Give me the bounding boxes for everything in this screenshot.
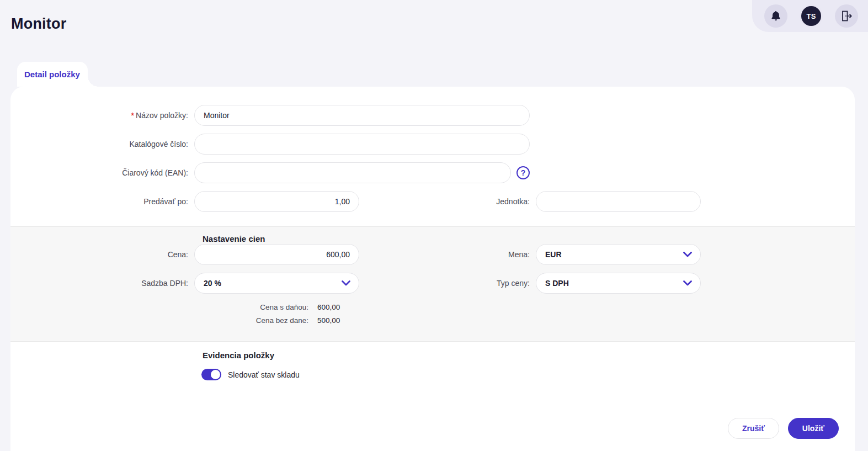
footer-actions: Zrušiť Uložiť (10, 418, 855, 439)
chevron-down-icon (683, 280, 692, 286)
notifications-button[interactable] (764, 4, 787, 28)
price-without-tax-label: Cena bez dane: (10, 316, 308, 325)
item-detail-card: *Názov položky: Katalógové číslo: Čiarov… (10, 87, 855, 451)
barcode-input[interactable] (194, 162, 511, 183)
vat-rate-value: 20 % (204, 279, 221, 288)
item-name-row: *Názov položky: (10, 105, 855, 126)
price-without-tax-row: Cena bez dane: 500,00 (10, 316, 855, 325)
tab-label: Detail položky (24, 70, 80, 79)
price-without-tax-value: 500,00 (317, 316, 340, 325)
cancel-button[interactable]: Zrušiť (728, 418, 779, 439)
catalog-number-input[interactable] (194, 134, 530, 155)
chevron-down-icon (683, 252, 692, 257)
tab-bar: Detail položky (17, 62, 868, 87)
top-bar: Monitor TS (0, 0, 868, 32)
inventory-section: Evidencia položky Sledovať stav skladu (10, 342, 855, 380)
pricing-heading: Nastavenie cien (203, 234, 855, 244)
price-type-value: S DPH (545, 279, 569, 288)
avatar-initials: TS (806, 12, 816, 20)
pricing-section: Nastavenie cien Cena: Mena: EUR Sadzba D… (10, 226, 855, 342)
currency-label: Mena: (508, 250, 530, 259)
track-stock-label: Sledovať stav skladu (228, 370, 300, 379)
barcode-label: Čiarový kód (EAN): (10, 168, 188, 177)
sell-by-input[interactable] (194, 191, 359, 212)
vat-rate-select[interactable]: 20 % (194, 273, 359, 294)
question-mark-icon: ? (521, 169, 526, 177)
tab-detail-polozky[interactable]: Detail položky (17, 62, 88, 87)
logout-button[interactable] (835, 4, 858, 28)
price-type-select[interactable]: S DPH (536, 273, 701, 294)
save-button[interactable]: Uložiť (788, 418, 839, 439)
catalog-number-label: Katalógové číslo: (10, 140, 188, 148)
header-actions: TS (752, 0, 868, 32)
vat-rate-row: Sadzba DPH: 20 % Typ ceny: S DPH (10, 273, 855, 294)
catalog-number-row: Katalógové číslo: (10, 134, 855, 155)
required-asterisk: * (131, 111, 134, 120)
unit-group: Jednotka: (496, 191, 701, 212)
basic-fields-section: *Názov položky: Katalógové číslo: Čiarov… (10, 87, 855, 226)
vat-rate-label: Sadzba DPH: (10, 279, 188, 288)
track-stock-row: Sledovať stav skladu (201, 369, 855, 380)
bell-icon (770, 10, 782, 22)
avatar[interactable]: TS (800, 4, 823, 28)
barcode-row: Čiarový kód (EAN): ? (10, 162, 855, 183)
price-type-group: Typ ceny: S DPH (497, 273, 701, 294)
track-stock-toggle[interactable] (201, 369, 221, 380)
help-button[interactable]: ? (516, 166, 530, 179)
price-with-tax-label: Cena s daňou: (10, 303, 308, 312)
unit-label: Jednotka: (496, 197, 530, 206)
price-with-tax-value: 600,00 (317, 303, 340, 312)
sell-by-row: Predávať po: Jednotka: (10, 191, 855, 212)
page-title: Monitor (11, 15, 66, 33)
currency-group: Mena: EUR (508, 244, 701, 265)
chevron-down-icon (342, 280, 350, 286)
currency-select[interactable]: EUR (536, 244, 701, 265)
price-input[interactable] (194, 244, 359, 265)
inventory-heading: Evidencia položky (203, 351, 855, 360)
toggle-knob (211, 370, 220, 379)
price-row: Cena: Mena: EUR (10, 244, 855, 265)
price-label: Cena: (10, 250, 188, 259)
sell-by-label: Predávať po: (10, 197, 188, 206)
door-exit-icon (840, 9, 853, 23)
unit-input[interactable] (536, 191, 701, 212)
item-name-label: *Názov položky: (10, 111, 188, 120)
price-type-label: Typ ceny: (497, 279, 530, 288)
currency-value: EUR (545, 250, 562, 259)
item-name-input[interactable] (194, 105, 530, 126)
price-with-tax-row: Cena s daňou: 600,00 (10, 303, 855, 312)
app-root: Monitor TS (0, 0, 868, 451)
